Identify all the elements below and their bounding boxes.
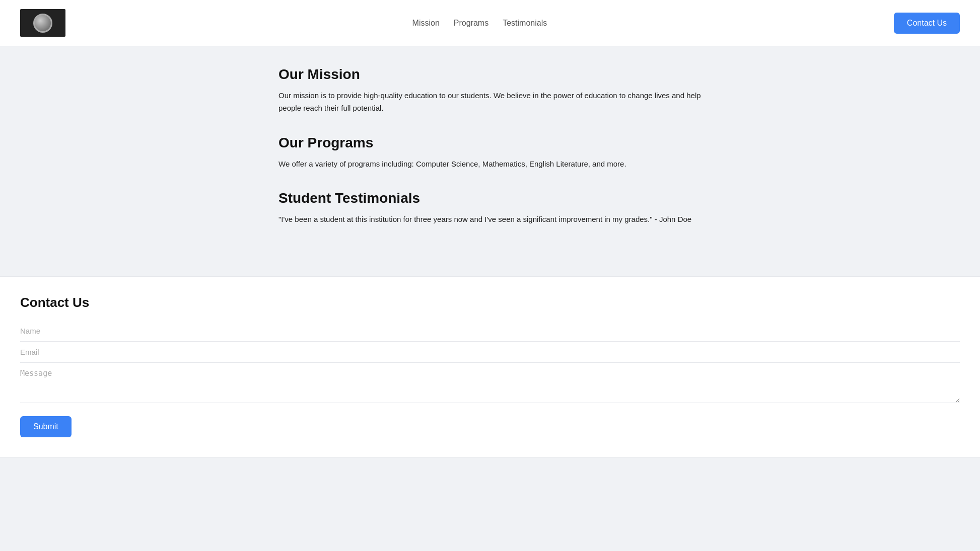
programs-heading: Our Programs (278, 135, 702, 151)
mission-section: Our Mission Our mission is to provide hi… (278, 66, 702, 115)
bottom-bar (0, 457, 980, 473)
main-content: Our Mission Our mission is to provide hi… (0, 46, 980, 276)
site-header: Mission Programs Testimonials Contact Us (0, 0, 980, 46)
nav-testimonials[interactable]: Testimonials (503, 19, 547, 28)
testimonials-heading: Student Testimonials (278, 190, 702, 206)
name-input[interactable] (20, 321, 960, 342)
contact-heading: Contact Us (20, 295, 960, 310)
programs-section: Our Programs We offer a variety of progr… (278, 135, 702, 171)
site-logo (20, 9, 65, 37)
testimonials-body: "I've been a student at this institution… (278, 213, 702, 226)
programs-body: We offer a variety of programs including… (278, 158, 702, 171)
logo-circle (33, 14, 52, 33)
submit-button[interactable]: Submit (20, 416, 72, 437)
contact-form: Submit (20, 321, 960, 437)
email-input[interactable] (20, 342, 960, 363)
header-contact-button[interactable]: Contact Us (894, 13, 960, 34)
mission-body: Our mission is to provide high-quality e… (278, 90, 702, 115)
contact-footer: Contact Us Submit (0, 276, 980, 457)
message-input[interactable] (20, 363, 960, 403)
nav-programs[interactable]: Programs (454, 19, 488, 28)
nav-mission[interactable]: Mission (412, 19, 440, 28)
mission-heading: Our Mission (278, 66, 702, 83)
main-nav: Mission Programs Testimonials (412, 19, 547, 28)
testimonials-section: Student Testimonials "I've been a studen… (278, 190, 702, 226)
